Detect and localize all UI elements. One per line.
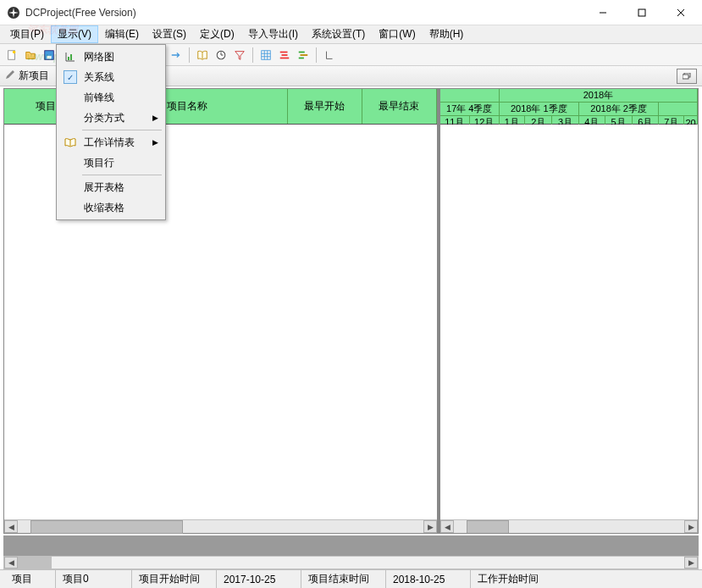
grid-icon[interactable] — [257, 47, 274, 64]
gantt-quarter: 2018年 1季度 — [500, 103, 579, 116]
svg-rect-34 — [301, 54, 308, 56]
menu-item-label: 收缩表格 — [84, 201, 124, 215]
svg-rect-39 — [683, 75, 688, 79]
bars-red-icon[interactable] — [276, 47, 293, 64]
chart-icon — [64, 50, 77, 64]
svg-point-6 — [13, 50, 16, 53]
view-menu-dropdown: 网络图✓关系线前锋线分类方式▶工作详情表▶项目行展开表格收缩表格 — [56, 44, 166, 220]
check-icon: ✓ — [64, 70, 77, 84]
menu-item[interactable]: 帮助(H) — [423, 25, 471, 43]
gantt-body — [440, 125, 698, 519]
menu-item-label: 展开表格 — [84, 180, 124, 195]
menu-item-label: 工作详情表 — [84, 136, 135, 150]
menu-item-label: 关系线 — [84, 70, 114, 85]
menu-dropdown-item[interactable]: 项目行 — [58, 153, 163, 173]
svg-rect-30 — [280, 51, 288, 53]
menu-item-label: 项目行 — [84, 156, 114, 170]
table-h-scrollbar[interactable]: ◀ ▶ — [4, 519, 437, 533]
svg-rect-31 — [282, 54, 288, 56]
menu-item[interactable]: 项目(P) — [3, 25, 51, 43]
gantt-h-scrollbar[interactable]: ◀ ▶ — [440, 519, 698, 533]
indent-icon[interactable] — [321, 47, 338, 64]
status-end-value: 2018-10-25 — [386, 570, 471, 588]
svg-rect-42 — [68, 57, 69, 60]
clock-icon[interactable] — [213, 47, 229, 64]
statusbar: 项目 项目0 项目开始时间 2017-10-25 项目结束时间 2018-10-… — [0, 569, 702, 588]
gantt-year: 2018年 — [500, 89, 698, 103]
minimize-button[interactable] — [583, 0, 622, 25]
gray-strip — [3, 535, 699, 556]
book-icon[interactable] — [194, 47, 211, 64]
menu-dropdown-item[interactable]: 前锋线 — [58, 87, 163, 108]
status-end-label: 项目结束时间 — [301, 570, 386, 588]
app-icon — [7, 6, 20, 19]
menu-item-label: 前锋线 — [84, 91, 114, 105]
menu-item[interactable]: 定义(D) — [193, 25, 241, 43]
status-start-label: 项目开始时间 — [132, 570, 217, 588]
col-earliest-start[interactable]: 最早开始 — [288, 89, 362, 124]
window-title: DCProject(Free Version) — [25, 7, 583, 19]
save-icon[interactable] — [41, 47, 58, 64]
subheader-label: 新项目 — [19, 69, 49, 83]
new-icon[interactable] — [3, 47, 20, 64]
svg-rect-8 — [47, 55, 51, 58]
submenu-arrow-icon: ▶ — [152, 138, 158, 147]
svg-rect-43 — [70, 54, 72, 60]
menu-dropdown-item[interactable]: 分类方式▶ — [58, 108, 163, 128]
scroll-left-icon[interactable]: ◀ — [4, 520, 18, 533]
scroll-right-icon[interactable]: ▶ — [423, 520, 437, 533]
arrow-icon[interactable] — [168, 47, 185, 64]
subheader-restore-button[interactable] — [677, 69, 697, 84]
scroll-right-icon[interactable]: ▶ — [684, 520, 698, 533]
status-work-start-label: 工作开始时间 — [471, 570, 697, 588]
book-icon — [64, 136, 77, 149]
menu-item[interactable]: 系统设置(T) — [305, 25, 372, 43]
titlebar: DCProject(Free Version) — [0, 0, 702, 25]
pencil-icon — [5, 69, 15, 82]
gantt-panel: 2018年17年 4季度2018年 1季度2018年 2季度11月12月1月2月… — [440, 89, 698, 533]
svg-rect-2 — [638, 9, 645, 16]
status-project-label: 项目 — [5, 570, 56, 588]
menu-dropdown-item[interactable]: ✓关系线 — [58, 67, 163, 87]
col-earliest-end[interactable]: 最早结束 — [362, 89, 437, 124]
menu-item[interactable]: 窗口(W) — [372, 25, 422, 43]
status-start-value: 2017-10-25 — [217, 570, 301, 588]
gantt-quarter: 2018年 2季度 — [579, 103, 659, 116]
gantt-header: 2018年17年 4季度2018年 1季度2018年 2季度11月12月1月2月… — [440, 89, 698, 125]
scroll-right-icon[interactable]: ▶ — [684, 557, 698, 569]
close-button[interactable] — [661, 0, 700, 25]
gantt-quarter — [659, 103, 698, 116]
scroll-left-icon[interactable]: ◀ — [4, 557, 18, 569]
svg-rect-35 — [299, 57, 304, 58]
gantt-quarter: 17年 4季度 — [440, 103, 500, 116]
bars-green-icon[interactable] — [295, 47, 312, 64]
status-project-value: 项目0 — [56, 570, 132, 588]
bottom-h-scrollbar[interactable]: ◀ ▶ — [3, 556, 699, 569]
menu-item[interactable]: 导入导出(I) — [241, 25, 305, 43]
menu-item[interactable]: 编辑(E) — [98, 25, 146, 43]
maximize-button[interactable] — [622, 0, 661, 25]
svg-rect-32 — [280, 57, 290, 58]
menu-dropdown-item[interactable]: 收缩表格 — [58, 197, 163, 218]
menu-dropdown-item[interactable]: 网络图 — [58, 47, 163, 67]
open-icon[interactable] — [22, 47, 39, 64]
svg-rect-25 — [262, 50, 271, 59]
menu-dropdown-item[interactable]: 工作详情表▶ — [58, 132, 163, 153]
menu-item-label: 网络图 — [84, 50, 114, 64]
submenu-arrow-icon: ▶ — [152, 114, 158, 122]
menu-item-label: 分类方式 — [84, 111, 124, 125]
menubar: 项目(P)显示(V)编辑(E)设置(S)定义(D)导入导出(I)系统设置(T)窗… — [0, 25, 702, 44]
menu-dropdown-item[interactable]: 展开表格 — [58, 177, 163, 197]
menu-item[interactable]: 显示(V) — [51, 25, 98, 43]
filter-icon[interactable] — [231, 47, 248, 64]
menu-item[interactable]: 设置(S) — [146, 25, 193, 43]
scroll-left-icon[interactable]: ◀ — [440, 520, 454, 533]
svg-rect-33 — [299, 51, 305, 53]
